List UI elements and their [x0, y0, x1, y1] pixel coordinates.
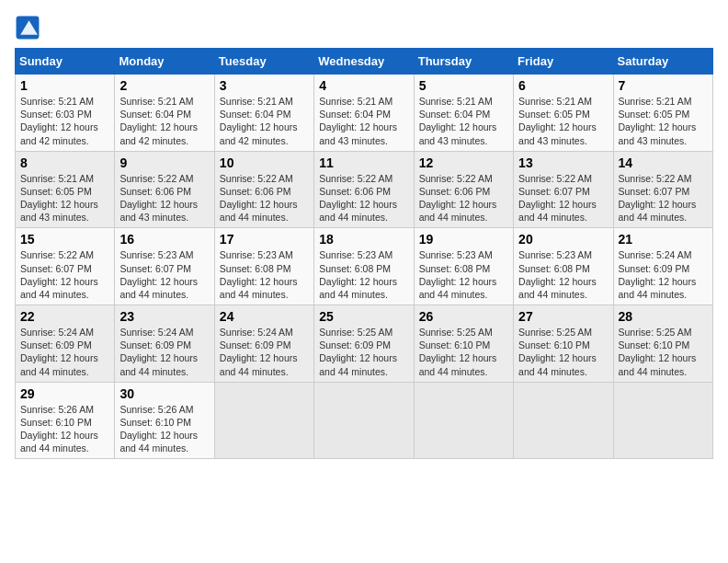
table-row: 27Sunrise: 5:25 AM Sunset: 6:10 PM Dayli… [514, 305, 613, 383]
table-row: 20Sunrise: 5:23 AM Sunset: 6:08 PM Dayli… [514, 228, 613, 305]
days-header-row: SundayMondayTuesdayWednesdayThursdayFrid… [16, 49, 713, 75]
table-row: 15Sunrise: 5:22 AM Sunset: 6:07 PM Dayli… [16, 228, 115, 305]
table-row: 22Sunrise: 5:24 AM Sunset: 6:09 PM Dayli… [16, 305, 115, 383]
table-row: 21Sunrise: 5:24 AM Sunset: 6:09 PM Dayli… [613, 228, 712, 305]
table-row: 1Sunrise: 5:21 AM Sunset: 6:03 PM Daylig… [16, 75, 115, 152]
calendar-week-1: 1Sunrise: 5:21 AM Sunset: 6:03 PM Daylig… [16, 75, 713, 152]
table-row: 24Sunrise: 5:24 AM Sunset: 6:09 PM Dayli… [214, 305, 313, 383]
table-row: 25Sunrise: 5:25 AM Sunset: 6:09 PM Dayli… [314, 305, 414, 383]
table-row: 18Sunrise: 5:23 AM Sunset: 6:08 PM Dayli… [314, 228, 414, 305]
table-row [514, 382, 613, 459]
calendar-week-5: 29Sunrise: 5:26 AM Sunset: 6:10 PM Dayli… [16, 382, 713, 459]
table-row: 29Sunrise: 5:26 AM Sunset: 6:10 PM Dayli… [16, 382, 115, 459]
table-row: 12Sunrise: 5:22 AM Sunset: 6:06 PM Dayli… [414, 151, 513, 228]
table-row: 23Sunrise: 5:24 AM Sunset: 6:09 PM Dayli… [115, 305, 214, 383]
table-row: 9Sunrise: 5:22 AM Sunset: 6:06 PM Daylig… [115, 151, 214, 228]
day-header-friday: Friday [514, 49, 613, 75]
table-row: 8Sunrise: 5:21 AM Sunset: 6:05 PM Daylig… [16, 151, 115, 228]
table-row: 13Sunrise: 5:22 AM Sunset: 6:07 PM Dayli… [514, 151, 613, 228]
table-row [414, 382, 513, 459]
page-header [15, 15, 713, 40]
general-blue-icon [15, 15, 40, 40]
table-row: 7Sunrise: 5:21 AM Sunset: 6:05 PM Daylig… [613, 75, 712, 152]
calendar-week-3: 15Sunrise: 5:22 AM Sunset: 6:07 PM Dayli… [16, 228, 713, 305]
table-row [214, 382, 313, 459]
table-row: 10Sunrise: 5:22 AM Sunset: 6:06 PM Dayli… [214, 151, 313, 228]
table-row: 17Sunrise: 5:23 AM Sunset: 6:08 PM Dayli… [214, 228, 313, 305]
table-row: 30Sunrise: 5:26 AM Sunset: 6:10 PM Dayli… [115, 382, 214, 459]
day-header-saturday: Saturday [613, 49, 712, 75]
day-header-tuesday: Tuesday [214, 49, 313, 75]
logo [15, 15, 46, 40]
table-row: 19Sunrise: 5:23 AM Sunset: 6:08 PM Dayli… [414, 228, 513, 305]
table-row: 5Sunrise: 5:21 AM Sunset: 6:04 PM Daylig… [414, 75, 513, 152]
calendar-table: SundayMondayTuesdayWednesdayThursdayFrid… [15, 48, 713, 459]
calendar-week-2: 8Sunrise: 5:21 AM Sunset: 6:05 PM Daylig… [16, 151, 713, 228]
table-row: 3Sunrise: 5:21 AM Sunset: 6:04 PM Daylig… [214, 75, 313, 152]
day-header-monday: Monday [115, 49, 214, 75]
table-row [613, 382, 712, 459]
table-row: 14Sunrise: 5:22 AM Sunset: 6:07 PM Dayli… [613, 151, 712, 228]
table-row: 11Sunrise: 5:22 AM Sunset: 6:06 PM Dayli… [314, 151, 414, 228]
table-row: 26Sunrise: 5:25 AM Sunset: 6:10 PM Dayli… [414, 305, 513, 383]
table-row: 28Sunrise: 5:25 AM Sunset: 6:10 PM Dayli… [613, 305, 712, 383]
table-row: 6Sunrise: 5:21 AM Sunset: 6:05 PM Daylig… [514, 75, 613, 152]
day-header-sunday: Sunday [16, 49, 115, 75]
table-row: 2Sunrise: 5:21 AM Sunset: 6:04 PM Daylig… [115, 75, 214, 152]
calendar-week-4: 22Sunrise: 5:24 AM Sunset: 6:09 PM Dayli… [16, 305, 713, 383]
day-header-thursday: Thursday [414, 49, 513, 75]
table-row: 16Sunrise: 5:23 AM Sunset: 6:07 PM Dayli… [115, 228, 214, 305]
table-row: 4Sunrise: 5:21 AM Sunset: 6:04 PM Daylig… [314, 75, 414, 152]
day-header-wednesday: Wednesday [314, 49, 414, 75]
table-row [314, 382, 414, 459]
